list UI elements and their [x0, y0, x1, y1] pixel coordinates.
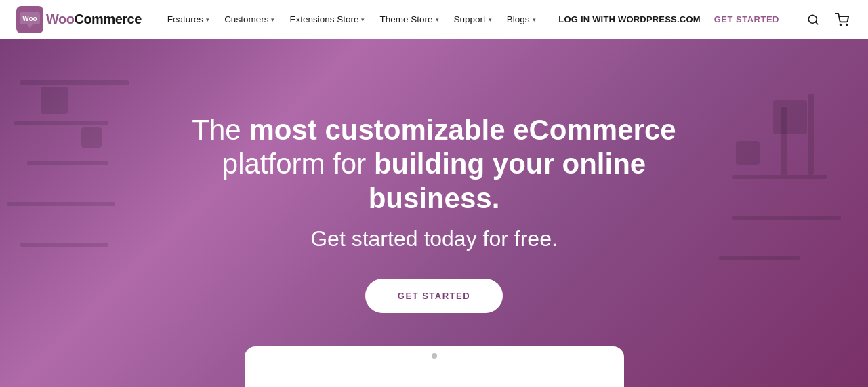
chevron-down-icon: ▾ — [436, 16, 439, 23]
get-started-header-button[interactable]: GET STARTED — [711, 14, 782, 24]
hero-subtext: Get started today for free. — [190, 226, 678, 251]
chevron-down-icon: ▾ — [271, 16, 274, 23]
hero-get-started-button[interactable]: GET STARTED — [365, 279, 503, 313]
chevron-down-icon: ▾ — [533, 16, 536, 23]
hero-section: The most customizable eCommerce platform… — [0, 39, 868, 387]
logo-text: WooCommerce — [46, 12, 142, 27]
main-nav: Features ▾ Customers ▾ Extensions Store … — [161, 10, 559, 28]
nav-item-theme-store[interactable]: Theme Store ▾ — [373, 10, 445, 28]
main-header: Woo WooCommerce Features ▾ Customers ▾ E… — [0, 0, 868, 39]
chevron-down-icon: ▾ — [361, 16, 365, 23]
svg-point-4 — [840, 24, 842, 25]
nav-item-customers[interactable]: Customers ▾ — [218, 10, 281, 28]
device-preview — [245, 346, 624, 387]
woocommerce-logo-icon: Woo — [16, 6, 43, 33]
logo[interactable]: Woo WooCommerce — [16, 6, 142, 33]
nav-item-extensions-store[interactable]: Extensions Store ▾ — [283, 10, 371, 28]
search-icon — [807, 14, 819, 26]
hero-content: The most customizable eCommerce platform… — [163, 113, 705, 313]
cart-icon — [835, 13, 849, 26]
svg-point-5 — [846, 24, 848, 25]
cart-button[interactable] — [833, 10, 852, 29]
chevron-down-icon: ▾ — [489, 16, 492, 23]
hero-headline-line2: platform for building your online busine… — [190, 147, 678, 216]
device-home-indicator — [432, 353, 437, 359]
search-button[interactable] — [804, 11, 822, 28]
nav-item-features[interactable]: Features ▾ — [161, 10, 216, 28]
svg-line-3 — [815, 22, 817, 24]
header-divider — [793, 9, 793, 30]
nav-item-support[interactable]: Support ▾ — [447, 10, 499, 28]
header-right: LOG IN WITH WORDPRESS.COM GET STARTED — [558, 9, 852, 30]
chevron-down-icon: ▾ — [206, 16, 209, 23]
hero-headline-line1: The most customizable eCommerce — [190, 113, 678, 147]
nav-item-blogs[interactable]: Blogs ▾ — [500, 10, 543, 28]
login-link[interactable]: LOG IN WITH WORDPRESS.COM — [558, 14, 700, 24]
svg-text:Woo: Woo — [22, 15, 37, 22]
